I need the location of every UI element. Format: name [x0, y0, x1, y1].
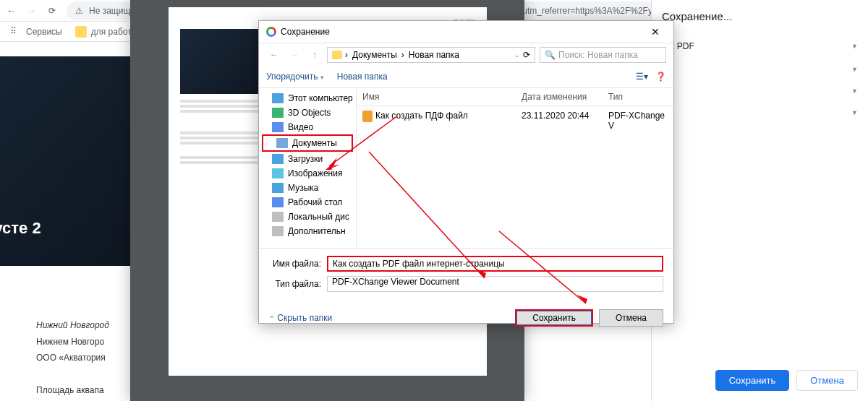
video-icon — [272, 122, 284, 132]
filename-label: Имя файла: — [269, 259, 321, 269]
view-mode-button[interactable]: ☰▾ — [636, 72, 648, 82]
tree-desktop[interactable]: Рабочий стол — [259, 195, 356, 210]
article-sub: Срок заверше — [0, 242, 132, 253]
nav-up-button[interactable]: ↑ — [307, 47, 323, 63]
new-folder-button[interactable]: Новая папка — [337, 72, 388, 82]
close-button[interactable]: ✕ — [644, 26, 666, 38]
article-date: 23.11.2020 14:0 — [0, 202, 132, 212]
article-headline: Аквапарк августе 2 — [0, 219, 132, 238]
documents-icon — [276, 138, 288, 148]
reload-button[interactable]: ⟳ — [46, 5, 58, 17]
images-icon — [272, 168, 284, 178]
tree-local-disk[interactable]: Локальный дис — [259, 210, 356, 224]
refresh-icon[interactable]: ⟳ — [523, 50, 530, 60]
layout-row[interactable]: ▼ — [662, 80, 858, 102]
bookmark-folder-work[interactable]: для работы — [75, 26, 138, 38]
pc-icon — [272, 93, 284, 103]
dialog-toolbar: Упорядочить ▾ Новая папка ☰▾ ❓ — [259, 66, 673, 87]
col-type[interactable]: Тип — [603, 88, 673, 105]
tree-documents[interactable]: Документы — [262, 134, 353, 152]
list-header: Имя Дата изменения Тип — [357, 88, 673, 106]
folder-tree: Этот компьютер 3D Objects Видео Документ… — [259, 88, 357, 248]
file-list: Имя Дата изменения Тип Как создать ПДФ ф… — [357, 88, 673, 248]
cube-icon — [272, 108, 284, 118]
chrome-icon — [266, 27, 276, 37]
col-date[interactable]: Дата изменения — [516, 88, 603, 105]
pdf-file-icon — [362, 111, 373, 122]
pages-row[interactable]: ▼ — [662, 59, 858, 80]
breadcrumb[interactable]: Новая папка — [407, 50, 461, 60]
tree-images[interactable]: Изображения — [259, 166, 356, 181]
filename-input[interactable] — [327, 256, 663, 272]
help-icon[interactable]: ❓ — [655, 72, 666, 82]
forward-button[interactable]: → — [26, 5, 38, 17]
file-row[interactable]: Как создать ПДФ файл 23.11.2020 20:44 PD… — [357, 106, 673, 135]
tree-3d-objects[interactable]: 3D Objects — [259, 105, 356, 120]
print-save-button[interactable]: Сохранить — [715, 370, 790, 391]
back-button[interactable]: ← — [6, 5, 17, 17]
print-cancel-button[interactable]: Отмена — [796, 370, 858, 391]
path-bar[interactable]: › Документы › Новая папка ⌄ ⟳ — [327, 47, 535, 63]
cancel-button[interactable]: Отмена — [599, 309, 663, 327]
tree-music[interactable]: Музыка — [259, 181, 356, 195]
disk-icon — [272, 226, 284, 236]
dialog-titlebar: Сохранение ✕ — [259, 21, 673, 43]
chevron-down-icon: ▼ — [851, 43, 858, 50]
tree-extra[interactable]: Дополнительн — [259, 224, 356, 238]
save-file-dialog: Сохранение ✕ ← → ↑ › Документы › Новая п… — [258, 20, 674, 324]
more-row[interactable]: ▼ — [662, 102, 858, 124]
folder-icon — [332, 51, 342, 59]
filetype-select[interactable]: PDF-XChange Viewer Document — [327, 276, 663, 292]
destination-row[interactable]: как PDF▼ — [662, 34, 858, 59]
warning-icon: ⚠ — [75, 6, 83, 16]
col-name[interactable]: Имя — [357, 88, 516, 105]
tree-this-pc[interactable]: Этот компьютер — [259, 91, 356, 105]
downloads-icon — [272, 154, 284, 164]
tree-video[interactable]: Видео — [259, 120, 356, 134]
print-settings-panel: Сохранение... как PDF▼ ▼ ▼ ▼ Сохранить О… — [651, 0, 868, 401]
nav-forward-button[interactable]: → — [286, 47, 302, 63]
apps-shortcut[interactable]: ⠿Сервисы — [10, 26, 62, 38]
folder-icon — [75, 26, 87, 38]
save-button[interactable]: Сохранить — [515, 309, 593, 327]
apps-icon: ⠿ — [10, 26, 22, 38]
desktop-icon — [272, 197, 284, 207]
article-hero: Городовой 23.11.2020 14:0 Аквапарк авгус… — [0, 56, 145, 266]
chevron-down-icon[interactable]: ⌄ — [514, 51, 520, 59]
search-icon: 🔍 — [545, 50, 556, 60]
filetype-label: Тип файла: — [269, 279, 321, 289]
nav-back-button[interactable]: ← — [266, 47, 282, 63]
breadcrumb[interactable]: Документы — [351, 50, 399, 60]
dialog-nav: ← → ↑ › Документы › Новая папка ⌄ ⟳ 🔍Пои… — [259, 43, 673, 66]
disk-icon — [272, 212, 284, 222]
panel-title: Сохранение... — [662, 10, 858, 22]
organize-menu[interactable]: Упорядочить ▾ — [266, 72, 324, 82]
music-icon — [272, 183, 284, 193]
search-input[interactable]: 🔍Поиск: Новая папка — [540, 47, 666, 63]
hide-folders-link[interactable]: ⌃ Скрыть папки — [269, 313, 332, 323]
dialog-title: Сохранение — [281, 27, 330, 37]
tree-downloads[interactable]: Загрузки — [259, 152, 356, 166]
